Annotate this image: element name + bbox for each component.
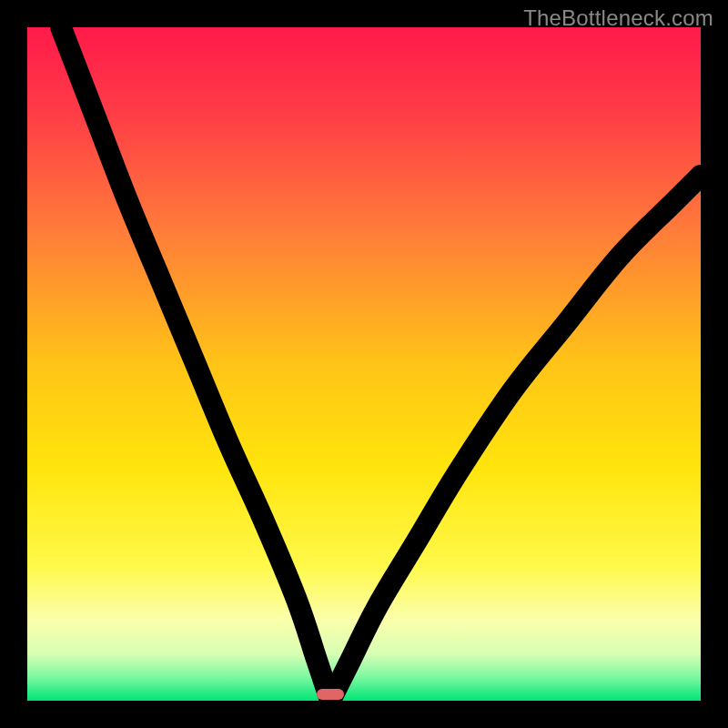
curve-layer [27,27,701,701]
vertex-marker [317,689,344,700]
plot-area [27,27,701,701]
right-branch-path [330,176,701,701]
left-branch-path [61,27,330,701]
outer-frame: TheBottleneck.com [0,0,728,728]
